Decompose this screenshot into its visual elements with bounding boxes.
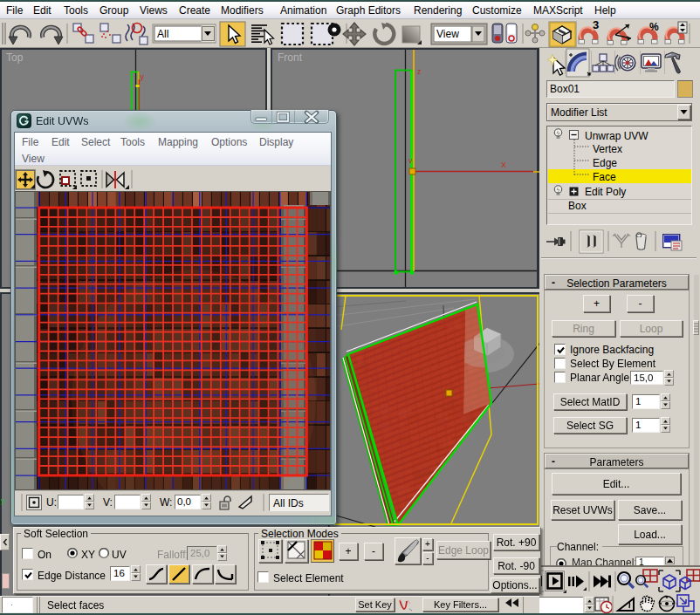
svg-text:v: v bbox=[408, 156, 413, 165]
svg-text:%: % bbox=[649, 21, 659, 33]
svg-text:3: 3 bbox=[593, 19, 599, 31]
svg-text:y: y bbox=[141, 72, 145, 81]
svg-text:Front: Front bbox=[278, 51, 303, 64]
svg-text:All: All bbox=[157, 28, 168, 40]
svg-text:Top: Top bbox=[6, 51, 24, 64]
svg-text:X: X bbox=[501, 161, 506, 169]
svg-text:View: View bbox=[436, 28, 459, 40]
svg-text:y: y bbox=[1, 496, 5, 505]
svg-text:z: z bbox=[417, 67, 422, 76]
